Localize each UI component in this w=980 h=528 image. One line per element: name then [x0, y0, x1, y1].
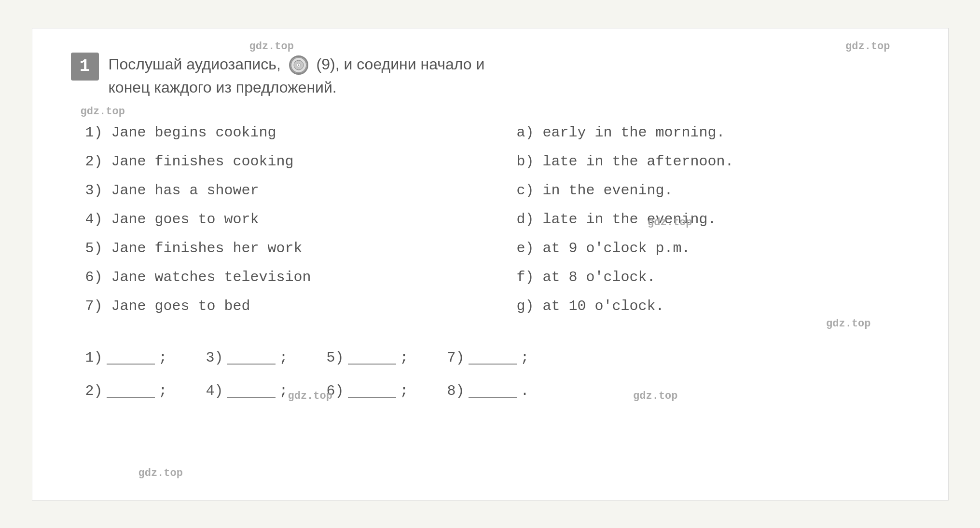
sentence-2: 2) Jane finishes cooking: [85, 147, 478, 176]
answer-7: 7) ;: [447, 350, 529, 366]
answer-2: 2) ;: [85, 383, 167, 399]
option-a: a) early in the morning.: [517, 118, 910, 147]
sentence-1: 1) Jane begins cooking: [85, 118, 478, 147]
answer-line-6[interactable]: [348, 384, 396, 398]
option-c: c) in the evening.: [517, 176, 910, 205]
answer-line-5[interactable]: [348, 351, 396, 365]
answer-line-4[interactable]: [227, 384, 276, 398]
left-column: 1) Jane begins cooking 2) Jane finishes …: [85, 118, 478, 321]
option-d: d) late in the evening.: [517, 205, 910, 234]
task-number: 1: [71, 53, 99, 81]
sentence-3: 3) Jane has a shower: [85, 176, 478, 205]
svg-point-3: [298, 65, 299, 66]
sentence-5: 5) Jane finishes her work: [85, 234, 478, 263]
watermark-4: gdz.top: [648, 217, 692, 229]
answers-section: 1) ; 3) ; 5) ; 7) ; 2): [71, 350, 910, 399]
answer-line-3[interactable]: [227, 351, 276, 365]
watermark-3: gdz.top: [81, 106, 125, 118]
option-g: g) at 10 o'clock.: [517, 292, 910, 321]
answer-1: 1) ;: [85, 350, 167, 366]
right-column: a) early in the morning. b) late in the …: [517, 118, 910, 321]
watermark-2: gdz.top: [845, 41, 890, 53]
page: gdz.top gdz.top gdz.top gdz.top gdz.top …: [32, 28, 949, 501]
answer-4: 4) ;: [206, 383, 288, 399]
watermark-1: gdz.top: [249, 41, 294, 53]
answers-row-1: 1) ; 3) ; 5) ; 7) ;: [85, 350, 910, 366]
cd-icon: [289, 55, 308, 75]
answer-3: 3) ;: [206, 350, 288, 366]
exercise-content: 1) Jane begins cooking 2) Jane finishes …: [71, 118, 910, 321]
answers-row-2: 2) ; 4) ; 6) ; 8) .: [85, 383, 910, 399]
answer-line-7[interactable]: [469, 351, 517, 365]
option-f: f) at 8 o'clock.: [517, 263, 910, 292]
answer-6: 6) ;: [327, 383, 409, 399]
option-b: b) late in the afternoon.: [517, 147, 910, 176]
answer-line-8[interactable]: [469, 384, 517, 398]
task-instruction: Послушай аудиозапись, (9), и соедини нач…: [109, 53, 485, 99]
answer-line-2[interactable]: [107, 384, 155, 398]
answer-line-1[interactable]: [107, 351, 155, 365]
answer-5: 5) ;: [327, 350, 409, 366]
sentence-6: 6) Jane watches television: [85, 263, 478, 292]
header-section: 1 Послушай аудиозапись, (9), и соедини н…: [71, 53, 910, 99]
watermark-5: gdz.top: [826, 318, 870, 330]
answer-8: 8) .: [447, 383, 529, 399]
sentence-7: 7) Jane goes to bed: [85, 292, 478, 321]
option-e: e) at 9 o'clock p.m.: [517, 234, 910, 263]
watermark-6: gdz.top: [288, 390, 332, 402]
watermark-7: gdz.top: [633, 390, 677, 402]
watermark-8: gdz.top: [138, 467, 183, 479]
sentence-4: 4) Jane goes to work: [85, 205, 478, 234]
